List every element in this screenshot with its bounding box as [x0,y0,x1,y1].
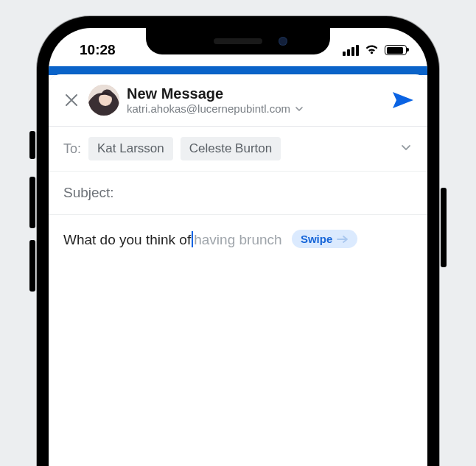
avatar[interactable] [88,85,119,116]
compose-header: New Message katri.ahokas@lucernepubintl.… [49,74,427,127]
arrow-right-icon [337,235,349,244]
phone-side-button [441,188,447,267]
phone-volume-down [29,240,35,292]
send-icon [392,91,414,110]
status-time: 10:28 [69,36,116,58]
to-label: To: [63,141,81,157]
swipe-hint-pill[interactable]: Swipe [292,230,357,248]
close-icon [63,92,80,108]
wifi-icon [364,42,379,58]
message-body[interactable]: What do you think ofhaving brunch Swipe [49,215,427,263]
from-account-picker[interactable]: katri.ahokas@lucernepubintl.com [127,102,304,115]
to-recipients: Kat Larsson Celeste Burton [88,137,399,160]
expand-recipients-button[interactable] [399,141,413,157]
swipe-hint-label: Swipe [301,233,332,245]
phone-volume-up [29,177,35,228]
phone-frame: 10:28 [37,16,439,466]
body-typed-text: What do you think of [63,232,191,247]
subject-label: Subject: [63,185,114,200]
phone-notch [146,28,330,54]
subject-field-row[interactable]: Subject: [49,172,427,215]
cellular-signal-icon [343,45,359,56]
from-email: katri.ahokas@lucernepubintl.com [127,102,290,115]
phone-front-camera [279,37,287,46]
battery-icon [385,45,407,55]
recipient-chip[interactable]: Kat Larsson [88,137,173,160]
send-button[interactable] [392,91,414,110]
phone-screen: 10:28 [49,28,427,466]
chevron-down-icon [295,105,304,113]
compose-title: New Message [127,85,304,102]
compose-sheet: New Message katri.ahokas@lucernepubintl.… [49,74,427,466]
chevron-down-icon [399,141,413,154]
text-cursor [192,231,193,247]
phone-silent-switch [29,131,35,159]
close-button[interactable] [59,88,84,113]
recipient-chip[interactable]: Celeste Burton [181,137,281,160]
phone-speaker [214,38,262,44]
body-suggestion-text: having brunch [194,232,281,247]
to-field-row[interactable]: To: Kat Larsson Celeste Burton [49,127,427,172]
